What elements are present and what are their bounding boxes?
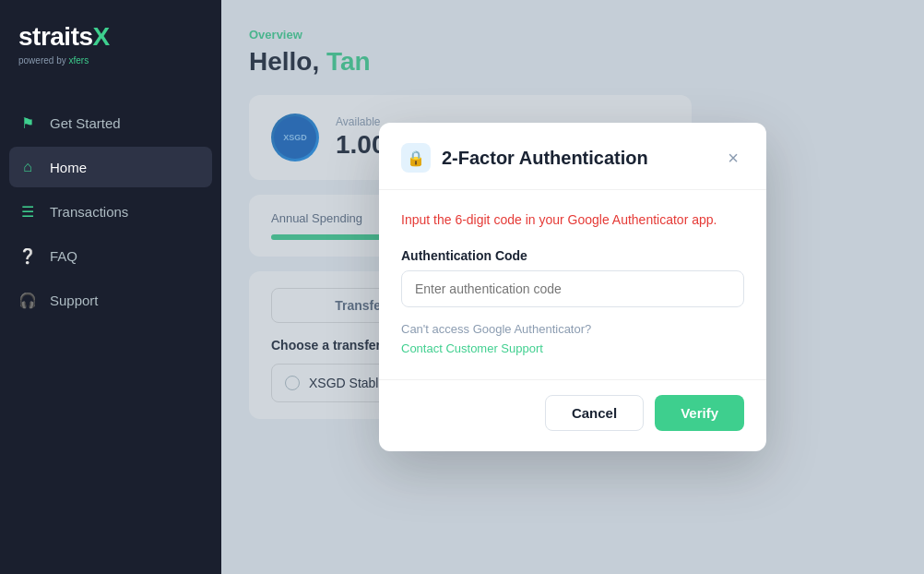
modal-header: 🔒 2-Factor Authentication ×	[379, 123, 766, 190]
main-content: Overview Hello, Tan XSGD Available 1.00 …	[221, 0, 924, 574]
contact-support-link[interactable]: Contact Customer Support	[401, 340, 744, 359]
flag-icon: ⚑	[18, 114, 37, 132]
sidebar-item-transactions[interactable]: ☰ Transactions	[0, 191, 221, 232]
sidebar-item-support[interactable]: 🎧 Support	[0, 280, 221, 320]
powered-by-text: powered by xfers	[18, 55, 203, 66]
brand-logo: straitsX	[18, 22, 203, 52]
nav-label-home: Home	[50, 160, 87, 175]
auth-code-input[interactable]	[401, 270, 744, 307]
cant-access-text: Can't access Google Authenticator?	[401, 322, 591, 336]
lock-icon: 🔒	[401, 143, 431, 173]
nav-label-get-started: Get Started	[50, 115, 121, 131]
modal-footer: Cancel Verify	[379, 379, 766, 451]
cancel-button[interactable]: Cancel	[545, 395, 644, 431]
logo-area: straitsX powered by xfers	[0, 0, 221, 84]
modal-body: Input the 6-digit code in your Google Au…	[379, 190, 766, 379]
headset-icon: 🎧	[18, 291, 37, 309]
sidebar-item-home[interactable]: ⌂ Home	[9, 147, 212, 187]
home-icon: ⌂	[18, 158, 37, 176]
auth-code-label: Authentication Code	[401, 248, 744, 263]
modal-title: 2-Factor Authentication	[442, 148, 711, 169]
verify-button[interactable]: Verify	[655, 395, 744, 431]
sidebar-item-get-started[interactable]: ⚑ Get Started	[0, 102, 221, 143]
nav-label-faq: FAQ	[50, 248, 77, 264]
help-text: Can't access Google Authenticator? Conta…	[401, 320, 744, 359]
modal-close-button[interactable]: ×	[722, 146, 744, 171]
sidebar-navigation: ⚑ Get Started ⌂ Home ☰ Transactions ❔ FA…	[0, 84, 221, 339]
sidebar-item-faq[interactable]: ❔ FAQ	[0, 235, 221, 276]
nav-label-support: Support	[50, 293, 99, 308]
nav-label-transactions: Transactions	[50, 204, 128, 220]
list-icon: ☰	[18, 202, 37, 221]
sidebar: straitsX powered by xfers ⚑ Get Started …	[0, 0, 221, 574]
modal-overlay: 🔒 2-Factor Authentication × Input the 6-…	[221, 0, 924, 574]
question-icon: ❔	[18, 246, 37, 265]
two-factor-modal: 🔒 2-Factor Authentication × Input the 6-…	[379, 123, 766, 451]
modal-info-text: Input the 6-digit code in your Google Au…	[401, 210, 744, 230]
